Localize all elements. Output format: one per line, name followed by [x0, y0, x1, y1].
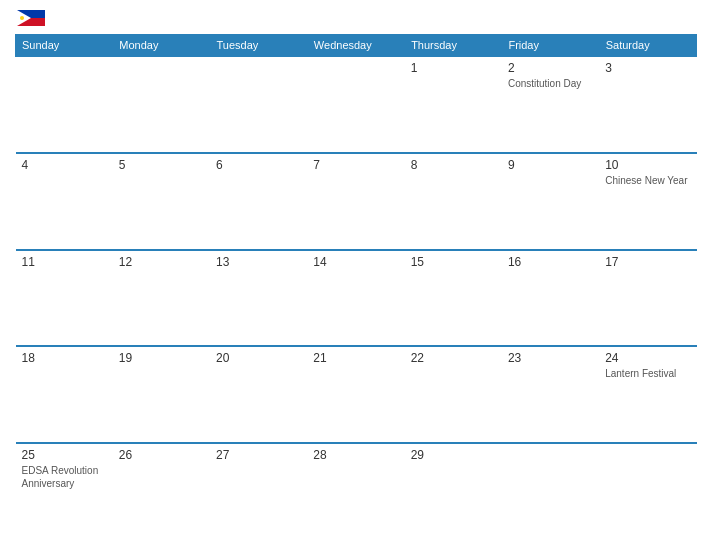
week-row-0: 12Constitution Day3	[16, 56, 697, 153]
day-number: 15	[411, 255, 496, 269]
day-number: 2	[508, 61, 593, 75]
calendar-cell: 8	[405, 153, 502, 250]
week-row-3: 18192021222324Lantern Festival	[16, 346, 697, 443]
day-number: 19	[119, 351, 204, 365]
day-number: 9	[508, 158, 593, 172]
calendar-cell: 22	[405, 346, 502, 443]
days-header-row: SundayMondayTuesdayWednesdayThursdayFrid…	[16, 35, 697, 57]
calendar-cell: 18	[16, 346, 113, 443]
calendar-cell: 1	[405, 56, 502, 153]
calendar-cell: 12	[113, 250, 210, 347]
calendar-cell: 4	[16, 153, 113, 250]
calendar-cell: 29	[405, 443, 502, 540]
day-number: 10	[605, 158, 690, 172]
calendar-cell: 20	[210, 346, 307, 443]
col-header-monday: Monday	[113, 35, 210, 57]
day-number: 20	[216, 351, 301, 365]
calendar-cell: 6	[210, 153, 307, 250]
col-header-thursday: Thursday	[405, 35, 502, 57]
day-number: 22	[411, 351, 496, 365]
day-number: 16	[508, 255, 593, 269]
week-row-4: 25EDSA Revolution Anniversary26272829	[16, 443, 697, 540]
day-number: 28	[313, 448, 398, 462]
day-number: 18	[22, 351, 107, 365]
calendar-cell: 25EDSA Revolution Anniversary	[16, 443, 113, 540]
col-header-wednesday: Wednesday	[307, 35, 404, 57]
event-name: Constitution Day	[508, 77, 593, 90]
day-number: 17	[605, 255, 690, 269]
day-number: 11	[22, 255, 107, 269]
day-number: 29	[411, 448, 496, 462]
day-number: 4	[22, 158, 107, 172]
calendar-cell: 19	[113, 346, 210, 443]
event-name: Lantern Festival	[605, 367, 690, 380]
calendar-cell: 23	[502, 346, 599, 443]
col-header-saturday: Saturday	[599, 35, 696, 57]
day-number: 26	[119, 448, 204, 462]
calendar-header	[15, 10, 697, 26]
event-name: EDSA Revolution Anniversary	[22, 464, 107, 490]
week-row-2: 11121314151617	[16, 250, 697, 347]
calendar-cell	[599, 443, 696, 540]
calendar-cell: 7	[307, 153, 404, 250]
day-number: 13	[216, 255, 301, 269]
calendar-cell	[307, 56, 404, 153]
calendar-cell	[210, 56, 307, 153]
calendar-cell: 5	[113, 153, 210, 250]
svg-point-3	[20, 16, 24, 20]
col-header-friday: Friday	[502, 35, 599, 57]
calendar-cell: 26	[113, 443, 210, 540]
day-number: 1	[411, 61, 496, 75]
calendar-cell	[113, 56, 210, 153]
calendar-cell: 14	[307, 250, 404, 347]
day-number: 23	[508, 351, 593, 365]
calendar-cell	[16, 56, 113, 153]
col-header-tuesday: Tuesday	[210, 35, 307, 57]
calendar-cell: 16	[502, 250, 599, 347]
day-number: 8	[411, 158, 496, 172]
logo	[15, 10, 45, 26]
flag-icon	[17, 10, 45, 26]
calendar-cell: 15	[405, 250, 502, 347]
week-row-1: 45678910Chinese New Year	[16, 153, 697, 250]
day-number: 24	[605, 351, 690, 365]
calendar-cell	[502, 443, 599, 540]
calendar-cell: 11	[16, 250, 113, 347]
day-number: 5	[119, 158, 204, 172]
calendar-cell: 27	[210, 443, 307, 540]
event-name: Chinese New Year	[605, 174, 690, 187]
day-number: 12	[119, 255, 204, 269]
day-number: 21	[313, 351, 398, 365]
day-number: 14	[313, 255, 398, 269]
calendar-table: SundayMondayTuesdayWednesdayThursdayFrid…	[15, 34, 697, 540]
day-number: 7	[313, 158, 398, 172]
calendar-cell: 21	[307, 346, 404, 443]
calendar-cell: 9	[502, 153, 599, 250]
col-header-sunday: Sunday	[16, 35, 113, 57]
calendar-cell: 28	[307, 443, 404, 540]
calendar-cell: 24Lantern Festival	[599, 346, 696, 443]
calendar-cell: 13	[210, 250, 307, 347]
day-number: 25	[22, 448, 107, 462]
day-number: 3	[605, 61, 690, 75]
calendar-cell: 3	[599, 56, 696, 153]
calendar-cell: 2Constitution Day	[502, 56, 599, 153]
calendar-page: SundayMondayTuesdayWednesdayThursdayFrid…	[0, 0, 712, 550]
calendar-cell: 10Chinese New Year	[599, 153, 696, 250]
day-number: 6	[216, 158, 301, 172]
day-number: 27	[216, 448, 301, 462]
calendar-cell: 17	[599, 250, 696, 347]
